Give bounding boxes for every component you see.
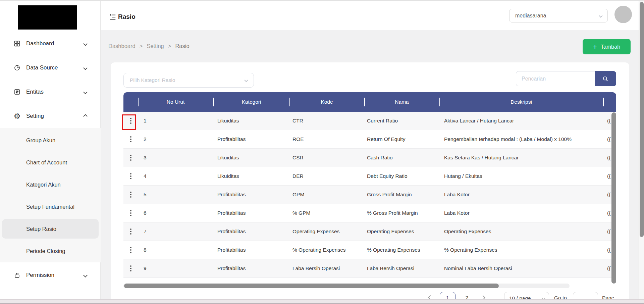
rasio-table: No Urut Kategori Kode Nama Deskripsi 1 L…	[123, 92, 616, 278]
breadcrumb-setting[interactable]: Setting	[147, 43, 164, 49]
dashboard-grid-icon	[13, 40, 21, 47]
sidebar-item-label: Data Source	[26, 64, 58, 71]
sidebar-item-setup-rasio[interactable]: Setup Rasio	[2, 219, 99, 239]
sidebar-collapse-icon[interactable]	[109, 13, 116, 21]
window-top-edge	[0, 0, 644, 1]
row-actions-kebab-icon[interactable]	[127, 153, 135, 163]
cell-no-urut: 4	[138, 173, 213, 179]
cell-kode: % Operating Expenses	[289, 247, 364, 253]
cell-nama: % Gross Profit Margin	[364, 210, 439, 216]
cell-nama: Gross Profit Margin	[364, 192, 439, 198]
chevron-down-icon	[83, 42, 88, 46]
cell-kode: Operating Expenses	[289, 229, 364, 235]
cell-nama: Operating Expenses	[364, 229, 439, 235]
breadcrumb: Dashboard > Setting > Rasio	[108, 43, 190, 49]
entity-sliders-icon	[13, 88, 21, 96]
chevron-down-icon	[83, 90, 88, 94]
breadcrumb-separator: >	[140, 43, 143, 49]
sub-item-label: Periode Closing	[26, 248, 65, 254]
cell-kategori: Likuiditas	[213, 173, 289, 179]
pie-chart-icon	[13, 64, 21, 71]
cell-nama: Debt Equity Ratio	[364, 173, 439, 179]
cell-kategori: Profitabilitas	[213, 136, 289, 142]
cell-nama: Cash Ratio	[364, 155, 439, 161]
cell-no-urut: 9	[138, 265, 213, 271]
row-actions-kebab-icon[interactable]	[127, 208, 135, 218]
setting-submenu: Group Akun Chart of Account Kategori Aku…	[0, 128, 101, 262]
row-actions-kebab-icon[interactable]	[127, 226, 135, 237]
cell-kategori: Profitabilitas	[213, 229, 289, 235]
row-actions-kebab-icon[interactable]	[127, 171, 135, 181]
cell-nama: Laba Bersih Operasi	[364, 265, 439, 271]
cell-kode: DER	[289, 173, 364, 179]
add-button[interactable]: + Tambah	[583, 39, 631, 54]
sidebar-item-periode-closing[interactable]: Periode Closing	[0, 241, 101, 261]
category-filter-select[interactable]: Pilih Kategori Rasio	[123, 73, 254, 88]
sidebar-item-chart-of-account[interactable]: Chart of Account	[0, 153, 101, 172]
app-window: Dashboard Data Source Entitas	[0, 0, 644, 304]
table-row: 3 Likuiditas CSR Cash Ratio Kas Setara K…	[123, 149, 616, 167]
tenant-select-value: mediasarana	[515, 13, 546, 19]
sub-item-label: Group Akun	[26, 137, 55, 144]
cell-kode: % GPM	[289, 210, 364, 216]
cell-nama: % Operating Expenses	[364, 247, 439, 253]
tenant-select[interactable]: mediasarana	[509, 9, 608, 22]
table-row: 9 Profitabilitas Laba Bersih Operasi Lab…	[123, 259, 616, 278]
chevron-down-icon	[599, 14, 602, 17]
cell-kode: ROE	[289, 136, 364, 142]
cell-kategori: Profitabilitas	[213, 210, 289, 216]
row-actions-kebab-icon[interactable]	[127, 245, 135, 255]
lock-icon	[13, 271, 21, 279]
table-horizontal-scrollbar-thumb[interactable]	[124, 284, 499, 288]
table-row: 4 Likuiditas DER Debt Equity Ratio Hutan…	[123, 167, 616, 186]
sidebar-item-setting[interactable]: ⚙ Setting	[0, 108, 101, 124]
table-horizontal-scrollbar-track[interactable]	[123, 284, 570, 288]
header-deskripsi: Deskripsi	[439, 92, 603, 112]
cell-nama: Current Ratio	[364, 118, 439, 124]
sidebar-item-group-akun[interactable]: Group Akun	[0, 131, 101, 150]
page-vertical-scrollbar-track[interactable]	[639, 0, 644, 304]
row-actions-kebab-icon[interactable]	[127, 263, 135, 273]
page-vertical-scrollbar-thumb[interactable]	[640, 2, 644, 237]
sidebar-item-dashboard[interactable]: Dashboard	[0, 36, 101, 52]
cell-deskripsi: Operating Expenses	[439, 229, 603, 235]
header-nama: Nama	[364, 92, 439, 112]
rasio-card: Pilih Kategori Rasio ⚙	[111, 62, 629, 304]
sidebar-item-label: Setting	[26, 113, 44, 119]
cell-no-urut: 5	[138, 192, 213, 198]
header-actions	[123, 92, 138, 112]
cell-no-urut: 3	[138, 155, 213, 161]
row-actions-kebab-icon[interactable]	[127, 134, 135, 144]
sidebar-item-kategori-akun[interactable]: Kategori Akun	[0, 175, 101, 194]
cell-kode: CSR	[289, 155, 364, 161]
sub-item-label: Setup Rasio	[26, 226, 56, 232]
app-logo[interactable]	[18, 5, 77, 30]
sidebar-item-data-source[interactable]: Data Source	[0, 60, 101, 76]
breadcrumb-dashboard[interactable]: Dashboard	[108, 43, 136, 49]
cell-no-urut: 2	[138, 136, 213, 142]
cell-kategori: Profitabilitas	[213, 247, 289, 253]
search-input[interactable]	[516, 71, 595, 86]
table-row: 7 Profitabilitas Operating Expenses Oper…	[123, 222, 616, 241]
cell-kode: Laba Bersih Operasi	[289, 265, 364, 271]
header-no-urut: No Urut	[138, 92, 213, 112]
cell-deskripsi: Kas Setara Kas / Hutang Lancar	[439, 155, 603, 161]
cell-kode: CTR	[289, 118, 364, 124]
annotation-highlight-box	[122, 114, 136, 130]
sidebar-item-entitas[interactable]: Entitas	[0, 84, 101, 100]
cell-kategori: Likuiditas	[213, 118, 289, 124]
avatar[interactable]	[614, 6, 632, 23]
table-vertical-scrollbar[interactable]	[611, 112, 616, 284]
page-horizontal-scrollbar-track[interactable]	[0, 299, 644, 304]
search	[516, 71, 616, 86]
sidebar-item-setup-fundamental[interactable]: Setup Fundamental	[0, 197, 101, 216]
cell-kategori: Profitabilitas	[213, 192, 289, 198]
cell-kategori: Likuiditas	[213, 155, 289, 161]
search-button[interactable]	[595, 71, 616, 86]
cell-nama: Return Of Equity	[364, 136, 439, 142]
sidebar: Dashboard Data Source Entitas	[0, 0, 101, 304]
row-actions-kebab-icon[interactable]	[127, 190, 135, 200]
cell-no-urut: 8	[138, 247, 213, 253]
sidebar-item-permission[interactable]: Permission	[0, 267, 101, 283]
cell-kategori: Profitabilitas	[213, 265, 289, 271]
